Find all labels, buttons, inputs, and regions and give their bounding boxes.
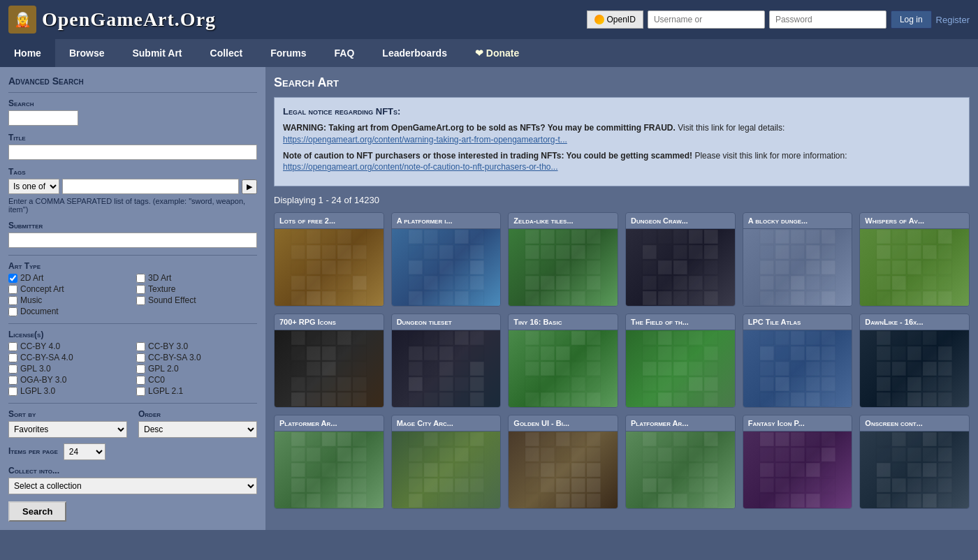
art-card[interactable]: Lots of free 2... xyxy=(274,212,384,307)
items-per-page-select[interactable]: 24 48 96 xyxy=(64,443,105,460)
submitter-input[interactable] xyxy=(8,233,257,248)
nav-submit-art[interactable]: Submit Art xyxy=(118,39,196,67)
order-select[interactable]: Desc Asc xyxy=(138,421,257,438)
svg-rect-91 xyxy=(658,276,672,290)
art-card[interactable]: The Field of th... xyxy=(625,314,736,408)
svg-rect-194 xyxy=(470,377,484,391)
nav-leaderboards[interactable]: Leaderboards xyxy=(368,39,461,67)
svg-rect-117 xyxy=(791,276,805,290)
title-input[interactable] xyxy=(8,145,257,160)
login-button[interactable]: Log in xyxy=(891,10,932,29)
art-card[interactable]: Platformer Ar... xyxy=(274,415,384,509)
art-card[interactable]: Mage City Arc... xyxy=(391,415,502,509)
nav-donate[interactable]: ❤ Donate xyxy=(461,39,533,67)
svg-rect-447 xyxy=(907,494,921,508)
art-card[interactable]: Dungeon tileset xyxy=(391,314,502,408)
art-type-document[interactable]: Document xyxy=(8,307,129,316)
nft-link-2[interactable]: https://opengameart.org/content/note-of-… xyxy=(283,162,558,172)
svg-rect-221 xyxy=(541,392,555,406)
username-input[interactable] xyxy=(648,10,765,29)
svg-rect-390 xyxy=(643,478,657,492)
art-card[interactable]: Whispers of Av... xyxy=(859,212,970,307)
register-link[interactable]: Register xyxy=(936,15,970,25)
svg-rect-85 xyxy=(643,260,657,274)
svg-rect-419 xyxy=(822,478,835,492)
art-card[interactable]: A platformer i... xyxy=(391,212,502,307)
tags-input[interactable] xyxy=(62,179,239,194)
art-card[interactable]: Tiny 16: Basic xyxy=(508,314,618,408)
svg-rect-86 xyxy=(658,260,672,274)
license-gpl2[interactable]: GPL 2.0 xyxy=(136,364,257,374)
svg-rect-174 xyxy=(353,392,367,406)
svg-rect-245 xyxy=(643,392,657,406)
art-card[interactable]: DawnLike - 16x... xyxy=(859,314,970,408)
art-type-concept[interactable]: Concept Art xyxy=(8,284,129,294)
art-type-grid: 2D Art 3D Art Concept Art Texture Music … xyxy=(8,273,257,316)
search-input[interactable] xyxy=(8,110,78,126)
license-ccby3[interactable]: CC-BY 3.0 xyxy=(136,341,257,351)
nav-forums[interactable]: Forums xyxy=(256,39,320,67)
openid-icon xyxy=(594,15,604,24)
art-card-image xyxy=(626,432,735,508)
svg-rect-75 xyxy=(643,230,657,244)
art-card[interactable]: Zelda-like tiles... xyxy=(508,212,618,307)
license-ccbysa3[interactable]: CC-BY-SA 3.0 xyxy=(136,353,257,362)
svg-rect-72 xyxy=(556,291,570,305)
art-type-label: Art Type xyxy=(8,261,257,271)
password-input[interactable] xyxy=(769,10,886,29)
svg-rect-212 xyxy=(556,362,570,376)
art-type-sound[interactable]: Sound Effect xyxy=(136,295,257,305)
svg-rect-270 xyxy=(760,392,774,406)
openid-button[interactable]: OpenID xyxy=(587,10,643,29)
license-ccbysa4[interactable]: CC-BY-SA 4.0 xyxy=(8,353,129,362)
nav-faq[interactable]: FAQ xyxy=(321,39,369,67)
art-card[interactable]: 700+ RPG Icons xyxy=(274,314,384,408)
svg-rect-323 xyxy=(337,494,351,508)
art-card[interactable]: Platformer Ar... xyxy=(625,415,736,509)
svg-rect-186 xyxy=(424,362,438,376)
nav-collect[interactable]: Collect xyxy=(196,39,257,67)
art-type-2d[interactable]: 2D Art xyxy=(8,273,129,283)
svg-rect-4 xyxy=(353,230,367,244)
svg-rect-43 xyxy=(455,276,469,290)
art-card[interactable]: Fantasy Icon P... xyxy=(743,415,853,509)
collection-select[interactable]: Select a collection xyxy=(8,478,257,494)
sort-by-select[interactable]: Favorites Date Title xyxy=(8,421,127,438)
nav-home[interactable]: Home xyxy=(0,39,55,67)
nft-link-1[interactable]: https://opengameart.org/content/warning-… xyxy=(283,135,567,145)
svg-rect-111 xyxy=(775,260,789,274)
svg-rect-41 xyxy=(424,276,438,290)
svg-rect-402 xyxy=(791,432,805,446)
search-button[interactable]: Search xyxy=(8,501,66,522)
svg-rect-227 xyxy=(673,331,687,345)
art-card[interactable]: Dungeon Craw... xyxy=(625,212,736,307)
license-cc0[interactable]: CC0 xyxy=(136,375,257,385)
license-lgpl3[interactable]: LGPL 3.0 xyxy=(8,386,129,396)
license-ccby4[interactable]: CC-BY 4.0 xyxy=(8,341,129,351)
svg-rect-224 xyxy=(587,392,601,406)
art-type-texture[interactable]: Texture xyxy=(136,284,257,294)
svg-rect-401 xyxy=(775,432,789,446)
svg-rect-171 xyxy=(307,392,321,406)
license-lgpl21[interactable]: LGPL 2.1 xyxy=(136,386,257,396)
art-type-3d[interactable]: 3D Art xyxy=(136,273,257,283)
art-card-image xyxy=(626,330,735,407)
art-card[interactable]: LPC Tile Atlas xyxy=(743,314,853,408)
svg-rect-70 xyxy=(525,291,539,305)
svg-rect-123 xyxy=(806,291,820,305)
license-gpl3[interactable]: GPL 3.0 xyxy=(8,364,129,374)
tags-operator-select[interactable]: Is one of Is all of xyxy=(8,179,59,194)
svg-rect-385 xyxy=(643,463,657,477)
svg-rect-54 xyxy=(587,230,601,244)
svg-rect-14 xyxy=(353,260,367,274)
svg-rect-35 xyxy=(409,260,423,274)
art-card[interactable]: A blocky dunge... xyxy=(743,212,853,307)
art-type-music[interactable]: Music xyxy=(8,295,129,305)
nav-browse[interactable]: Browse xyxy=(55,39,119,67)
art-card[interactable]: Onscreen cont... xyxy=(859,415,970,509)
svg-rect-329 xyxy=(470,432,484,446)
svg-rect-408 xyxy=(806,448,820,462)
tags-search-button[interactable]: ▶ xyxy=(242,179,257,194)
license-ogaby3[interactable]: OGA-BY 3.0 xyxy=(8,375,129,385)
art-card[interactable]: Golden UI - Bi... xyxy=(508,415,618,509)
